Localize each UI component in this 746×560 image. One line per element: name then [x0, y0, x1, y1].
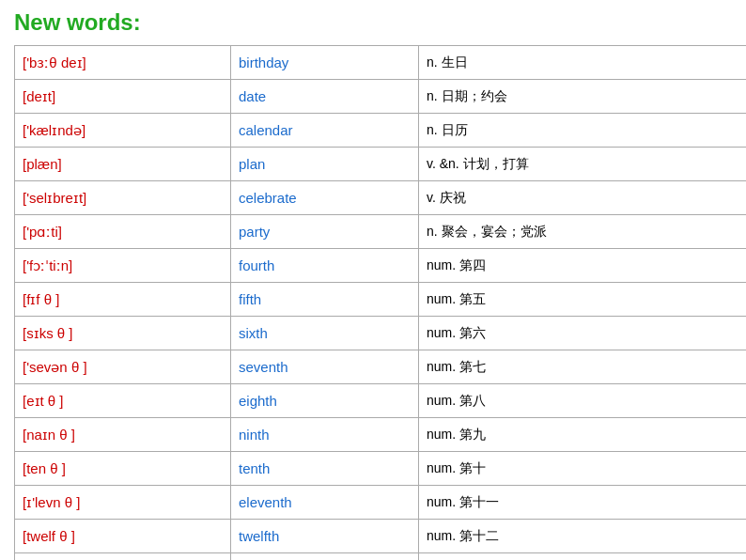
- table-row: num. 第七: [419, 350, 746, 384]
- meaning-text: num. 第十二: [427, 528, 499, 545]
- table-row: fourth: [231, 249, 418, 283]
- table-row: [plæn]: [15, 148, 230, 181]
- table-row: party: [231, 215, 418, 249]
- word-text: birthday: [239, 54, 288, 70]
- table-row: eleventh: [231, 486, 418, 520]
- table-row: n. 日历: [419, 114, 746, 148]
- word-text: tenth: [239, 460, 270, 476]
- word-text: ninth: [239, 427, 270, 443]
- table-row: sixth: [231, 317, 418, 350]
- phonetic-text: ['sevən θ ]: [23, 359, 87, 376]
- word-text: eighth: [239, 393, 277, 409]
- phonetic-text: [ɪ'levn θ ]: [23, 494, 80, 511]
- meaning-text: num. 第八: [427, 393, 486, 410]
- table-row: num. 第八: [419, 384, 746, 418]
- phonetic-text: [sɪks θ ]: [23, 325, 73, 342]
- table-row: num. 第六: [419, 317, 746, 350]
- phonetic-text: ['pɑːti]: [23, 224, 62, 241]
- vocab-table: ['bɜːθ deɪ][deɪt]['kælɪndə][plæn]['selɪb…: [14, 45, 746, 560]
- table-row: ['bɜːθ deɪ]: [15, 46, 230, 80]
- word-text: fifth: [239, 291, 261, 307]
- meaning-text: num. 第六: [427, 325, 486, 342]
- word-text: celebrate: [239, 190, 297, 206]
- table-row: ['kælɪndə]: [15, 114, 230, 148]
- table-row: twentieth: [231, 553, 418, 560]
- phonetic-text: [eɪt θ ]: [23, 393, 64, 410]
- phonetic-text: [fɪf θ ]: [23, 291, 59, 308]
- table-row: calendar: [231, 114, 418, 148]
- table-row: [twelf θ ]: [15, 520, 230, 553]
- table-row: num. 第五: [419, 283, 746, 317]
- word-text: twelfth: [239, 528, 279, 544]
- table-row: v. 庆祝: [419, 181, 746, 215]
- phonetic-text: ['bɜːθ deɪ]: [23, 54, 86, 71]
- table-row: ['pɑːti]: [15, 215, 230, 249]
- table-row: [ten θ ]: [15, 452, 230, 486]
- meaning-text: n. 日历: [427, 122, 468, 139]
- word-text: calendar: [239, 122, 293, 138]
- table-row: tenth: [231, 452, 418, 486]
- table-row: ['fɔːˈtiːn]: [15, 249, 230, 283]
- phonetic-text: [ten θ ]: [23, 460, 66, 476]
- meaning-text: v. 庆祝: [427, 190, 466, 207]
- table-row: n. 生日: [419, 46, 746, 80]
- table-row: num. 第九: [419, 418, 746, 452]
- table-row: num. 第四: [419, 249, 746, 283]
- table-row: date: [231, 80, 418, 114]
- meaning-column: n. 生日n. 日期；约会n. 日历v. &n. 计划，打算v. 庆祝n. 聚会…: [419, 46, 746, 560]
- table-row: num. 第十: [419, 452, 746, 486]
- meaning-text: num. 第九: [427, 427, 486, 443]
- table-row: [ɪ'levn θ ]: [15, 486, 230, 520]
- table-row: ['twentiːɪ θ ]: [15, 553, 230, 560]
- page-title: New words:: [14, 9, 732, 36]
- word-text: seventh: [239, 359, 288, 375]
- phonetic-text: [deɪt]: [23, 88, 55, 105]
- word-text: fourth: [239, 257, 274, 273]
- phonetic-text: [plæn]: [23, 156, 62, 172]
- meaning-text: n. 生日: [427, 54, 468, 71]
- table-row: [eɪt θ ]: [15, 384, 230, 418]
- table-row: num. 第十一: [419, 486, 746, 520]
- meaning-text: num. 第十一: [427, 494, 499, 511]
- table-row: [sɪks θ ]: [15, 317, 230, 350]
- meaning-text: v. &n. 计划，打算: [427, 156, 529, 173]
- word-text: plan: [239, 156, 265, 172]
- word-column: birthdaydatecalendarplancelebratepartyfo…: [231, 46, 419, 560]
- word-text: date: [239, 88, 266, 104]
- table-row: ninth: [231, 418, 418, 452]
- table-row: twelfth: [231, 520, 418, 553]
- phonetic-column: ['bɜːθ deɪ][deɪt]['kælɪndə][plæn]['selɪb…: [15, 46, 231, 560]
- table-row: [deɪt]: [15, 80, 230, 114]
- phonetic-text: ['fɔːˈtiːn]: [23, 257, 72, 274]
- phonetic-text: [twelf θ ]: [23, 528, 75, 544]
- meaning-text: num. 第七: [427, 359, 486, 376]
- table-row: ['selɪbreɪt]: [15, 181, 230, 215]
- phonetic-text: [naɪn θ ]: [23, 427, 75, 443]
- meaning-text: num. 第四: [427, 257, 486, 274]
- table-row: celebrate: [231, 181, 418, 215]
- word-text: sixth: [239, 325, 268, 341]
- table-row: plan: [231, 148, 418, 181]
- table-row: [naɪn θ ]: [15, 418, 230, 452]
- table-row: birthday: [231, 46, 418, 80]
- table-row: num. 第十二: [419, 520, 746, 553]
- table-row: n. 聚会，宴会；党派: [419, 215, 746, 249]
- table-row: n. 日期；约会: [419, 80, 746, 114]
- meaning-text: n. 聚会，宴会；党派: [427, 224, 547, 241]
- word-text: party: [239, 224, 270, 240]
- phonetic-text: ['kælɪndə]: [23, 122, 85, 139]
- table-row: eighth: [231, 384, 418, 418]
- word-text: eleventh: [239, 494, 292, 510]
- table-row: ['sevən θ ]: [15, 350, 230, 384]
- table-row: fifth: [231, 283, 418, 317]
- table-row: v. &n. 计划，打算: [419, 148, 746, 181]
- phonetic-text: ['selɪbreɪt]: [23, 190, 86, 207]
- table-row: num. 第二十: [419, 553, 746, 560]
- meaning-text: num. 第五: [427, 291, 486, 308]
- table-row: seventh: [231, 350, 418, 384]
- meaning-text: n. 日期；约会: [427, 88, 507, 105]
- meaning-text: num. 第十: [427, 460, 486, 477]
- table-row: [fɪf θ ]: [15, 283, 230, 317]
